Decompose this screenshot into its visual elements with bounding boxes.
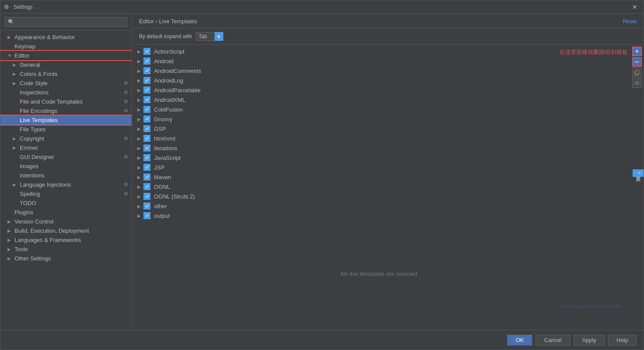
checkbox-icon[interactable]	[143, 144, 150, 152]
sidebar-item-file-encodings[interactable]: File Encodings ⚙	[0, 106, 132, 115]
sidebar-item-language-injections[interactable]: Language Injections ⚙	[0, 180, 132, 189]
sidebar-item-copyright[interactable]: Copyright ⚙	[0, 134, 132, 143]
template-group-name: Maven	[154, 174, 171, 180]
content-header: Editor › Live Templates Reset	[132, 14, 644, 29]
checkbox-icon[interactable]	[143, 125, 150, 132]
sidebar-item-label: Colors & Fonts	[20, 71, 128, 77]
sidebar-item-label: File and Code Templates	[20, 98, 122, 105]
reset-button[interactable]: Reset	[623, 18, 637, 25]
checkbox-icon[interactable]	[143, 106, 150, 113]
checkbox-icon[interactable]	[143, 77, 150, 84]
sidebar-item-inspections[interactable]: Inspections ⚙	[0, 88, 132, 97]
list-item[interactable]: output	[132, 211, 644, 220]
list-item[interactable]: AndroidComments	[132, 66, 644, 76]
list-button[interactable]	[632, 78, 642, 88]
expand-arrow-icon	[137, 165, 143, 170]
expand-arrow-icon	[137, 204, 143, 209]
checkbox-icon[interactable]	[143, 193, 150, 200]
sidebar-item-images[interactable]: Images	[0, 162, 132, 171]
sidebar-item-plugins[interactable]: Plugins	[0, 208, 132, 217]
list-item[interactable]: AndroidXML	[132, 95, 644, 105]
no-selection-message: No live templates are selected	[132, 271, 626, 277]
template-group-name: AndroidComments	[154, 68, 201, 74]
apply-button[interactable]: Apply	[574, 335, 605, 346]
list-item[interactable]: AndroidParcelable	[132, 85, 644, 95]
close-button[interactable]: ✕	[630, 3, 640, 11]
checkbox-icon[interactable]	[143, 173, 150, 180]
template-group-name: html/xml	[154, 135, 175, 142]
sidebar-item-file-types[interactable]: File Types	[0, 125, 132, 134]
list-item[interactable]: iterations	[132, 143, 644, 153]
language-tab[interactable]: 英*	[633, 170, 644, 177]
checkbox-icon[interactable]	[143, 183, 150, 190]
checkbox-icon[interactable]	[143, 212, 150, 219]
sidebar-item-label: Build, Execution, Deployment	[14, 227, 128, 234]
sidebar-item-emmet[interactable]: Emmet	[0, 143, 132, 152]
list-item[interactable]: OGNL	[132, 182, 644, 191]
sidebar-item-spelling[interactable]: Spelling ⚙	[0, 189, 132, 198]
sidebar-item-languages-frameworks[interactable]: Languages & Frameworks	[0, 235, 132, 245]
sidebar-item-gui-designer[interactable]: GUI Designer ⚙	[0, 152, 132, 162]
sidebar-item-live-templates[interactable]: Live Templates	[0, 115, 132, 125]
list-item[interactable]: other	[132, 201, 644, 211]
template-group-name: AndroidLog	[154, 77, 183, 84]
sidebar-item-appearance[interactable]: Appearance & Behavior	[0, 32, 132, 42]
checkbox-icon[interactable]	[143, 48, 150, 55]
settings-dialog: ⚙ Settings ✕ Appearance & Behavior Keyma…	[0, 0, 644, 350]
sidebar-item-label: Editor	[14, 52, 128, 59]
expand-select[interactable]: Tab Enter Space	[196, 32, 223, 41]
sidebar-item-build-execution[interactable]: Build, Execution, Deployment	[0, 226, 132, 235]
list-item[interactable]: Android	[132, 56, 644, 66]
sidebar-item-general[interactable]: General	[0, 60, 132, 69]
checkbox-icon[interactable]	[143, 154, 150, 161]
list-item[interactable]: GSP	[132, 124, 644, 134]
list-item[interactable]: ColdFusion	[132, 105, 644, 114]
sidebar-item-colors-fonts[interactable]: Colors & Fonts	[0, 69, 132, 79]
template-group-name: Groovy	[154, 116, 172, 123]
search-input[interactable]	[5, 17, 127, 27]
checkbox-icon[interactable]	[143, 164, 150, 171]
list-item[interactable]: Maven	[132, 172, 644, 182]
copy-button[interactable]	[632, 68, 642, 77]
template-group-name: JavaScript	[154, 155, 181, 161]
remove-button[interactable]: −	[632, 57, 642, 67]
expand-arrow-icon	[137, 107, 143, 112]
sidebar-item-file-code-templates[interactable]: File and Code Templates ⚙	[0, 97, 132, 106]
sidebar-item-editor[interactable]: Editor	[0, 51, 132, 60]
sidebar-item-code-style[interactable]: Code Style ⚙	[0, 79, 132, 88]
list-item[interactable]: JavaScript	[132, 153, 644, 162]
sidebar: Appearance & Behavior Keymap Editor Gene…	[0, 14, 132, 330]
sidebar-item-version-control[interactable]: Version Control	[0, 217, 132, 226]
expand-arrow-icon	[137, 97, 143, 102]
template-group-name: output	[154, 213, 170, 219]
list-item[interactable]: html/xml	[132, 134, 644, 143]
hint-text: 在这里新建或删除组和模板	[559, 48, 628, 56]
sidebar-item-label: TODO	[20, 200, 128, 206]
template-group-name: OGNL (Struts 2)	[154, 193, 195, 200]
dialog-title: Settings	[14, 4, 630, 10]
checkbox-icon[interactable]	[143, 115, 150, 123]
checkbox-icon[interactable]	[143, 202, 150, 209]
sidebar-item-tools[interactable]: Tools	[0, 245, 132, 254]
expand-arrow-icon	[137, 194, 143, 199]
list-item[interactable]: Groovy	[132, 114, 644, 124]
sidebar-item-label: Emmet	[20, 144, 128, 151]
list-item[interactable]: JSP	[132, 162, 644, 172]
action-buttons: + −	[630, 45, 644, 90]
sidebar-item-intentions[interactable]: Intentions	[0, 171, 132, 180]
checkbox-icon[interactable]	[143, 87, 150, 94]
help-button[interactable]: Help	[608, 335, 637, 346]
checkbox-icon[interactable]	[143, 67, 150, 74]
template-list: ActionScript Android AndroidComments And…	[132, 45, 644, 330]
list-item[interactable]: AndroidLog	[132, 76, 644, 85]
checkbox-icon[interactable]	[143, 96, 150, 103]
sidebar-item-other-settings[interactable]: Other Settings	[0, 254, 132, 263]
checkbox-icon[interactable]	[143, 135, 150, 142]
checkbox-icon[interactable]	[143, 58, 150, 65]
list-item[interactable]: OGNL (Struts 2)	[132, 191, 644, 201]
cancel-button[interactable]: Cancel	[536, 335, 570, 346]
ok-button[interactable]: OK	[507, 335, 532, 346]
add-button[interactable]: +	[632, 47, 642, 56]
sidebar-item-keymap[interactable]: Keymap	[0, 42, 132, 51]
sidebar-item-todo[interactable]: TODO	[0, 198, 132, 208]
